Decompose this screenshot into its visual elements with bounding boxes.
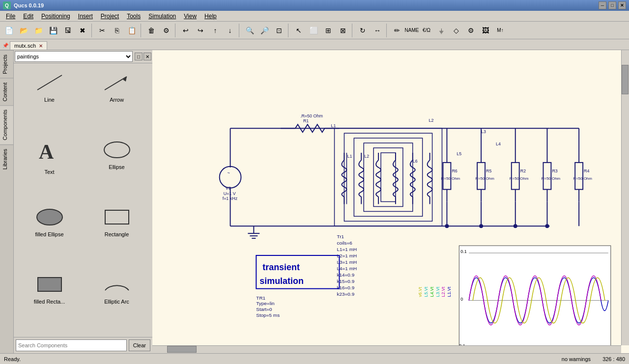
svg-text:U=1 V: U=1 V: [224, 191, 236, 196]
move-up-button[interactable]: ↑: [208, 24, 222, 37]
panel-content: paintings lumped components sources prob…: [14, 50, 152, 353]
panel-undock-button[interactable]: □: [135, 53, 143, 60]
rectangle-icon: [102, 207, 132, 229]
svg-text:R2: R2: [520, 168, 526, 173]
l3-inductor: [376, 153, 381, 204]
simulate-button[interactable]: ⚙: [464, 24, 478, 37]
value-button[interactable]: €/Ω: [420, 24, 433, 37]
menu-file[interactable]: File: [2, 12, 19, 21]
menu-project[interactable]: Project: [97, 12, 123, 21]
rotate-button[interactable]: ↻: [356, 24, 370, 37]
pen-button[interactable]: ✏: [390, 24, 404, 37]
minimize-button[interactable]: ─: [599, 1, 606, 9]
vtab-libraries[interactable]: Libraries: [0, 144, 13, 173]
component-button[interactable]: ⬜: [307, 24, 320, 37]
tab-mutx[interactable]: mutx.sch ✕: [10, 41, 47, 50]
coil-box-4: [364, 143, 413, 211]
h-scrollbar[interactable]: [152, 345, 621, 353]
l6-label: L6: [413, 159, 418, 164]
menu-help[interactable]: Help: [200, 12, 221, 21]
vtab-content[interactable]: Content: [0, 78, 13, 106]
menu-edit[interactable]: Edit: [19, 12, 37, 21]
status-coords: 326 : 480: [602, 356, 625, 362]
l1-label: L1: [331, 123, 336, 128]
vtab-components[interactable]: Components: [0, 105, 13, 144]
comp-filled-rectangle[interactable]: filled Recta...: [16, 268, 83, 312]
new-button[interactable]: 📄: [2, 24, 16, 37]
junction-1: [445, 224, 449, 228]
name-button[interactable]: NAME: [405, 24, 419, 37]
delete-button[interactable]: 🗑: [144, 24, 158, 37]
menu-simulation[interactable]: Simulation: [144, 12, 180, 21]
l2-label: L2: [429, 118, 434, 123]
search-bar: Clear: [14, 337, 152, 353]
zoom-in-button[interactable]: 🔍: [243, 24, 257, 37]
zoom-fit-button[interactable]: ⊡: [272, 24, 286, 37]
svg-text:R=50 Ohm: R=50 Ohm: [475, 176, 494, 181]
mirror-x-button[interactable]: ↔: [371, 24, 384, 37]
panel-close-button[interactable]: ✕: [143, 53, 151, 60]
sim-stop: Stop=5 ms: [256, 312, 280, 318]
paste-button[interactable]: 📋: [125, 24, 139, 37]
undo-button[interactable]: ↩: [179, 24, 193, 37]
label-button[interactable]: ⊠: [336, 24, 350, 37]
select-button[interactable]: ↖: [292, 24, 306, 37]
legend-l4: L4.Vt: [429, 286, 434, 297]
vtab-projects[interactable]: Projects: [0, 50, 13, 78]
m1-button[interactable]: M↑: [493, 24, 507, 37]
comp-elliptic-arc[interactable]: Elliptic Arc: [83, 268, 150, 312]
legend-l2: L2.Vt: [441, 286, 446, 297]
l6-inductor: [428, 153, 432, 204]
menu-positioning[interactable]: Positioning: [37, 12, 74, 21]
open2-button[interactable]: 📁: [31, 24, 45, 37]
comp-text[interactable]: A Text: [16, 133, 83, 177]
filled-ellipse-icon: [35, 207, 64, 229]
junction-4: [545, 224, 549, 228]
menu-insert[interactable]: Insert: [74, 12, 97, 21]
tr1-l3: L3=1 mH: [337, 259, 357, 265]
comp-line[interactable]: Line: [16, 65, 83, 110]
comp-elliptic-arc-label: Elliptic Arc: [104, 299, 129, 305]
tabbar: 📌 mutx.sch ✕: [0, 39, 629, 50]
move-down-button[interactable]: ↓: [223, 24, 237, 37]
comp-ellipse[interactable]: Ellipse: [83, 133, 150, 177]
schematic-canvas: ~ V1 U=1 V f=1 kHz R1 .R=50 Ohm: [152, 50, 629, 353]
save-button[interactable]: 💾: [46, 24, 60, 37]
sim-type: Type=lin: [256, 301, 274, 306]
v-scrollbar[interactable]: [621, 50, 629, 345]
view-results-button[interactable]: 🖼: [479, 24, 492, 37]
comp-ellipse-label: Ellipse: [109, 164, 124, 170]
filled-rectangle-icon: [35, 275, 64, 297]
category-dropdown[interactable]: paintings lumped components sources prob…: [15, 51, 133, 62]
schematic-area[interactable]: ~ V1 U=1 V f=1 kHz R1 .R=50 Ohm: [152, 50, 629, 353]
cut-button[interactable]: ✂: [95, 24, 109, 37]
tab-close-button[interactable]: ✕: [39, 43, 43, 49]
zoom-out-button[interactable]: 🔎: [257, 24, 271, 37]
open-button[interactable]: 📂: [17, 24, 30, 37]
close-all-button[interactable]: ✖: [76, 24, 89, 37]
search-input[interactable]: [16, 339, 127, 351]
settings-button[interactable]: ⚙: [159, 24, 173, 37]
wire-button[interactable]: ⊞: [321, 24, 335, 37]
comp-arrow[interactable]: Arrow: [83, 65, 150, 110]
app-icon: Q: [3, 1, 11, 9]
comp-rectangle[interactable]: Rectangle: [83, 200, 150, 245]
maximize-button[interactable]: □: [608, 1, 616, 9]
l4-label: L4: [496, 141, 501, 146]
ground-button[interactable]: ⏚: [434, 24, 448, 37]
menu-tools[interactable]: Tools: [123, 12, 144, 21]
status-warnings: no warnings: [562, 356, 591, 362]
port-button[interactable]: ◇: [449, 24, 463, 37]
redo-button[interactable]: ↪: [194, 24, 207, 37]
comp-filled-ellipse[interactable]: filled Ellipse: [16, 200, 83, 245]
menu-view[interactable]: View: [180, 12, 200, 21]
legend-v6: v6.Vt: [418, 287, 423, 297]
svg-text:A: A: [39, 140, 54, 163]
copy-button[interactable]: ⎘: [110, 24, 124, 37]
chart-yzero: 0: [460, 297, 463, 302]
svg-text:R=50 Ohm: R=50 Ohm: [542, 176, 561, 181]
save-all-button[interactable]: 🖫: [61, 24, 75, 37]
clear-button[interactable]: Clear: [129, 339, 150, 351]
toolbar-sep-7: [386, 24, 388, 37]
close-button[interactable]: ✕: [618, 1, 626, 9]
